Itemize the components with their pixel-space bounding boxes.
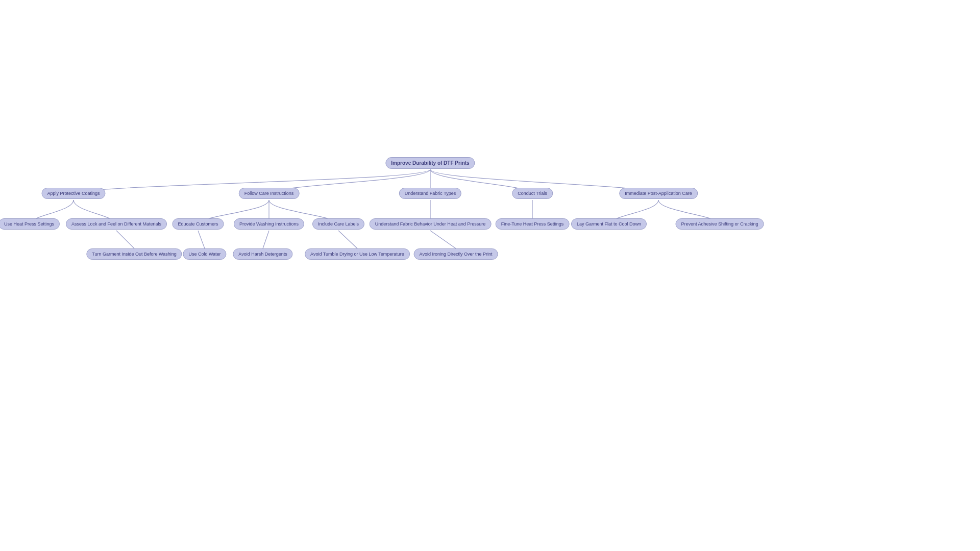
node-avoid-tumble-drying[interactable]: Avoid Tumble Drying or Use Low Temperatu… [305, 248, 410, 260]
connections-svg [0, 0, 980, 551]
node-conduct-trials[interactable]: Conduct Trials [512, 188, 553, 199]
node-fine-tune-heat-press[interactable]: Fine-Tune Heat Press Settings [496, 218, 570, 230]
svg-line-1 [116, 231, 134, 248]
node-understand-fabric-types[interactable]: Understand Fabric Types [399, 188, 461, 199]
node-include-care-labels[interactable]: Include Care Labels [312, 218, 364, 230]
svg-line-4 [263, 231, 269, 248]
node-root[interactable]: Improve Durability of DTF Prints [385, 157, 475, 169]
node-use-cold-water[interactable]: Use Cold Water [183, 248, 226, 260]
node-avoid-harsh-detergents[interactable]: Avoid Harsh Detergents [233, 248, 292, 260]
node-apply-protective-coatings[interactable]: Apply Protective Coatings [41, 188, 105, 199]
node-lay-garment-flat[interactable]: Lay Garment Flat to Cool Down [571, 218, 647, 230]
node-educate-customers[interactable]: Educate Customers [172, 218, 224, 230]
node-assess-lock-feel[interactable]: Assess Lock and Feel on Different Materi… [66, 218, 167, 230]
svg-line-5 [338, 231, 357, 248]
node-use-heat-press-settings[interactable]: Use Heat Press Settings [0, 218, 60, 230]
node-understand-fabric-behavior[interactable]: Understand Fabric Behavior Under Heat an… [370, 218, 492, 230]
node-turn-garment-inside-out[interactable]: Turn Garment Inside Out Before Washing [86, 248, 182, 260]
svg-line-3 [198, 231, 205, 248]
node-immediate-post-application-care[interactable]: Immediate Post-Application Care [619, 188, 698, 199]
svg-line-7 [430, 231, 456, 248]
node-provide-washing-instructions[interactable]: Provide Washing Instructions [234, 218, 304, 230]
diagram-container: Improve Durability of DTF Prints Apply P… [0, 0, 980, 551]
node-follow-care-instructions[interactable]: Follow Care Instructions [239, 188, 300, 199]
node-avoid-ironing[interactable]: Avoid Ironing Directly Over the Print [414, 248, 498, 260]
node-prevent-adhesive-shifting[interactable]: Prevent Adhesive Shifting or Cracking [675, 218, 764, 230]
